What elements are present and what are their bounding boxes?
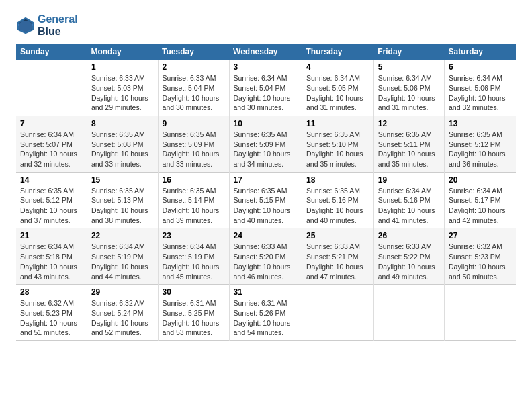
cell-line: and 31 minutes. [378, 103, 440, 113]
cell-line: and 40 minutes. [306, 216, 369, 226]
day-number: 27 [449, 231, 512, 240]
cell-w2-d3: 10Sunrise: 6:35 AMSunset: 5:09 PMDayligh… [229, 116, 302, 172]
cell-w3-d6: 20Sunrise: 6:34 AMSunset: 5:17 PMDayligh… [444, 172, 516, 228]
day-number: 20 [449, 175, 512, 185]
cell-line: Sunset: 5:12 PM [20, 195, 83, 205]
cell-w5-d3: 31Sunrise: 6:31 AMSunset: 5:26 PMDayligh… [229, 285, 302, 341]
page: General Blue SundayMondayTuesdayWednesda… [0, 0, 532, 352]
day-header-wednesday: Wednesday [229, 44, 302, 60]
cell-line: Daylight: 10 hours [234, 93, 298, 103]
cell-line: Sunset: 5:16 PM [378, 195, 440, 205]
day-number: 4 [306, 62, 369, 72]
day-number: 31 [234, 287, 298, 297]
cell-line: Daylight: 10 hours [234, 205, 298, 216]
cell-line: Sunrise: 6:33 AM [378, 242, 440, 252]
cell-line: Sunset: 5:04 PM [234, 83, 298, 93]
day-number: 28 [20, 287, 83, 297]
cell-w4-d2: 23Sunrise: 6:34 AMSunset: 5:19 PMDayligh… [158, 228, 229, 285]
cell-line: and 37 minutes. [20, 216, 83, 226]
cell-line: Sunrise: 6:33 AM [91, 73, 154, 83]
cell-line: Sunrise: 6:33 AM [163, 73, 225, 83]
cell-w5-d0: 28Sunrise: 6:32 AMSunset: 5:23 PMDayligh… [16, 285, 87, 341]
day-number: 22 [91, 231, 154, 240]
cell-line: Sunrise: 6:35 AM [306, 130, 369, 140]
cell-w2-d6: 13Sunrise: 6:35 AMSunset: 5:12 PMDayligh… [444, 116, 516, 172]
cell-w2-d0: 7Sunrise: 6:34 AMSunset: 5:07 PMDaylight… [16, 116, 87, 172]
days-header-row: SundayMondayTuesdayWednesdayThursdayFrid… [16, 44, 516, 60]
cell-line: Daylight: 10 hours [306, 149, 369, 159]
cell-line: Sunrise: 6:35 AM [449, 130, 512, 140]
cell-line: and 32 minutes. [20, 159, 83, 169]
cell-line: and 40 minutes. [234, 216, 298, 226]
cell-line: and 52 minutes. [91, 328, 154, 338]
day-number: 15 [91, 175, 154, 185]
cell-line: Sunset: 5:19 PM [91, 252, 154, 262]
logo-icon [16, 16, 35, 35]
day-number: 14 [20, 175, 83, 185]
cell-w4-d0: 21Sunrise: 6:34 AMSunset: 5:18 PMDayligh… [16, 228, 87, 285]
calendar-table: SundayMondayTuesdayWednesdayThursdayFrid… [16, 44, 516, 341]
cell-line: Daylight: 10 hours [20, 318, 83, 328]
cell-line: Sunrise: 6:31 AM [163, 298, 225, 308]
cell-line: Sunrise: 6:34 AM [378, 73, 440, 83]
week-row-2: 7Sunrise: 6:34 AMSunset: 5:07 PMDaylight… [16, 116, 516, 172]
day-number: 16 [163, 175, 225, 185]
cell-line: Daylight: 10 hours [91, 93, 154, 103]
cell-line: and 42 minutes. [449, 216, 512, 226]
cell-line: Sunrise: 6:35 AM [163, 130, 225, 140]
day-header-tuesday: Tuesday [158, 44, 229, 60]
cell-w1-d3: 3Sunrise: 6:34 AMSunset: 5:04 PMDaylight… [229, 60, 302, 116]
day-number: 25 [306, 231, 369, 240]
day-number: 8 [91, 119, 154, 128]
cell-line: Sunset: 5:12 PM [449, 140, 512, 150]
cell-w5-d6 [444, 285, 516, 341]
cell-w1-d6: 6Sunrise: 6:34 AMSunset: 5:06 PMDaylight… [444, 60, 516, 116]
cell-line: Sunrise: 6:34 AM [91, 242, 154, 252]
cell-w3-d3: 17Sunrise: 6:35 AMSunset: 5:15 PMDayligh… [229, 172, 302, 228]
cell-line: Sunrise: 6:34 AM [234, 73, 298, 83]
cell-w1-d4: 4Sunrise: 6:34 AMSunset: 5:05 PMDaylight… [302, 60, 373, 116]
day-number: 17 [234, 175, 298, 185]
cell-line: Daylight: 10 hours [378, 149, 440, 159]
day-number: 9 [163, 119, 225, 128]
day-number: 2 [163, 62, 225, 72]
cell-line: Sunrise: 6:34 AM [20, 242, 83, 252]
day-header-saturday: Saturday [444, 44, 516, 60]
cell-line: Sunset: 5:08 PM [91, 140, 154, 150]
cell-line: and 32 minutes. [449, 103, 512, 113]
cell-line: and 44 minutes. [91, 272, 154, 282]
day-number: 5 [378, 62, 440, 72]
cell-line: and 41 minutes. [378, 216, 440, 226]
cell-line: Daylight: 10 hours [449, 149, 512, 159]
cell-line: and 29 minutes. [91, 103, 154, 113]
cell-line: Sunset: 5:23 PM [20, 308, 83, 318]
cell-w2-d4: 11Sunrise: 6:35 AMSunset: 5:10 PMDayligh… [302, 116, 373, 172]
cell-line: Sunrise: 6:34 AM [378, 186, 440, 196]
cell-line: Sunset: 5:16 PM [306, 195, 369, 205]
cell-line: Daylight: 10 hours [306, 93, 369, 103]
cell-line: and 30 minutes. [163, 103, 225, 113]
cell-line: and 31 minutes. [306, 103, 369, 113]
logo-text: General Blue [38, 13, 78, 37]
cell-line: Sunset: 5:06 PM [449, 83, 512, 93]
cell-line: and 35 minutes. [306, 159, 369, 169]
cell-line: Sunrise: 6:35 AM [91, 186, 154, 196]
day-number: 6 [449, 62, 512, 72]
cell-line: Sunset: 5:19 PM [163, 252, 225, 262]
cell-line: Daylight: 10 hours [234, 262, 298, 272]
cell-w3-d0: 14Sunrise: 6:35 AMSunset: 5:12 PMDayligh… [16, 172, 87, 228]
cell-line: Sunset: 5:21 PM [306, 252, 369, 262]
cell-line: and 46 minutes. [234, 272, 298, 282]
day-number: 29 [91, 287, 154, 297]
cell-w4-d5: 26Sunrise: 6:33 AMSunset: 5:22 PMDayligh… [373, 228, 444, 285]
day-header-friday: Friday [373, 44, 444, 60]
cell-line: Sunset: 5:11 PM [378, 140, 440, 150]
cell-line: Daylight: 10 hours [378, 205, 440, 216]
cell-w3-d1: 15Sunrise: 6:35 AMSunset: 5:13 PMDayligh… [87, 172, 158, 228]
cell-line: Sunset: 5:17 PM [449, 195, 512, 205]
cell-line: Daylight: 10 hours [163, 149, 225, 159]
cell-line: and 34 minutes. [234, 159, 298, 169]
cell-line: Daylight: 10 hours [91, 205, 154, 216]
cell-line: Sunrise: 6:32 AM [91, 298, 154, 308]
cell-line: and 36 minutes. [449, 159, 512, 169]
